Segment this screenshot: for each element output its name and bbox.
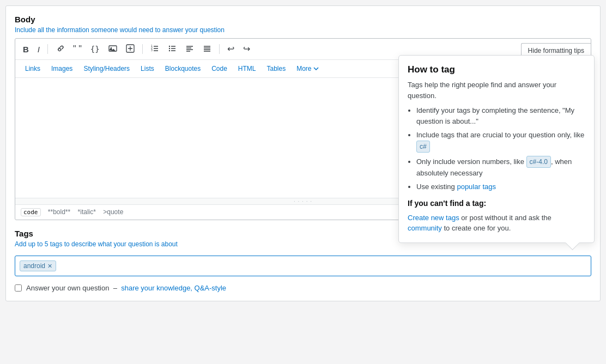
align-left-btn[interactable] bbox=[182, 42, 197, 56]
body-section-hint: Include all the information someone woul… bbox=[15, 26, 591, 34]
tooltip-tag-csharp-version: c#-4.0 bbox=[526, 156, 551, 168]
svg-point-12 bbox=[168, 46, 169, 47]
italic-hint: *italic* bbox=[78, 208, 96, 216]
link-btn[interactable] bbox=[52, 42, 68, 56]
tooltip-cant-find-title: If you can't find a tag: bbox=[408, 198, 585, 209]
tooltip-tip-3: Only include version numbers, like c#-4.… bbox=[416, 156, 585, 179]
svg-point-14 bbox=[168, 50, 169, 51]
tab-tables[interactable]: Tables bbox=[262, 62, 292, 75]
tooltip-cant-find-text: Create new tags or post without it and a… bbox=[408, 213, 585, 234]
bullet-list-btn[interactable] bbox=[165, 42, 180, 56]
tags-input-container[interactable]: android ✕ bbox=[15, 256, 591, 276]
tooltip-tips-list: Identify your tags by completing the sen… bbox=[416, 105, 585, 192]
tooltip-tip-2: Include tags that are crucial to your qu… bbox=[416, 130, 585, 153]
image-btn[interactable] bbox=[105, 42, 120, 56]
italic-btn[interactable]: I bbox=[34, 43, 43, 56]
answer-section: Answer your own question – share your kn… bbox=[15, 284, 591, 292]
undo-btn[interactable]: ↩ bbox=[224, 43, 238, 56]
tab-html[interactable]: HTML bbox=[233, 62, 262, 75]
tab-lists[interactable]: Lists bbox=[135, 62, 160, 75]
tab-blockquotes[interactable]: Blockquotes bbox=[160, 62, 206, 75]
tab-images[interactable]: Images bbox=[46, 62, 78, 75]
code-btn[interactable]: {} bbox=[87, 43, 103, 55]
numbered-list-btn[interactable]: 123 bbox=[147, 42, 162, 56]
answer-link-text: share your knowledge, Q&A-style bbox=[121, 284, 226, 292]
quote-hint: >quote bbox=[103, 208, 123, 216]
body-section-label: Body bbox=[15, 15, 591, 24]
tooltip-title: How to tag bbox=[408, 64, 585, 75]
tab-styling[interactable]: Styling/Headers bbox=[78, 62, 135, 75]
bold-btn[interactable]: B bbox=[20, 43, 32, 56]
tab-more[interactable]: More bbox=[291, 62, 324, 75]
tag-label: android bbox=[23, 262, 45, 270]
tooltip-tag-csharp: c# bbox=[416, 141, 430, 153]
create-new-tags-link[interactable]: Create new tags bbox=[408, 214, 459, 222]
bold-hint: **bold** bbox=[48, 208, 70, 216]
tags-section-hint: Add up to 5 tags to describe what your q… bbox=[15, 240, 178, 248]
tag-tooltip: How to tag Tags help the right people fi… bbox=[398, 55, 595, 243]
tags-title-group: Tags Add up to 5 tags to describe what y… bbox=[15, 229, 178, 252]
redo-btn[interactable]: ↪ bbox=[240, 43, 253, 56]
tab-code[interactable]: Code bbox=[206, 62, 233, 75]
tooltip-body: Tags help the right people find and answ… bbox=[408, 80, 585, 234]
code-hint: code bbox=[21, 208, 41, 216]
tooltip-intro: Tags help the right people find and answ… bbox=[408, 80, 585, 101]
tag-remove-btn[interactable]: ✕ bbox=[47, 263, 52, 269]
tooltip-tip-4: Use existing popular tags bbox=[416, 181, 585, 192]
answer-text: Answer your own question bbox=[26, 284, 109, 292]
align-full-btn[interactable] bbox=[199, 42, 215, 56]
snippet-btn[interactable] bbox=[123, 42, 138, 56]
main-container: Body Include all the information someone… bbox=[5, 5, 601, 301]
toolbar-sep-3 bbox=[219, 44, 220, 54]
toolbar-sep-1 bbox=[47, 44, 48, 54]
quote-btn[interactable]: " " bbox=[70, 43, 85, 56]
tab-links[interactable]: Links bbox=[20, 62, 46, 75]
popular-tags-link[interactable]: popular tags bbox=[457, 183, 496, 191]
tags-section-label: Tags bbox=[15, 229, 178, 238]
tooltip-tip-1: Identify your tags by completing the sen… bbox=[416, 105, 585, 126]
svg-point-13 bbox=[168, 48, 169, 49]
resize-dots: · · · · · bbox=[294, 198, 312, 204]
svg-text:3: 3 bbox=[151, 48, 153, 52]
tag-android: android ✕ bbox=[20, 260, 56, 271]
community-link[interactable]: community bbox=[408, 224, 442, 232]
answer-label: Answer your own question – share your kn… bbox=[26, 284, 226, 292]
answer-link[interactable]: share your knowledge, Q&A-style bbox=[121, 284, 226, 292]
toolbar-sep-2 bbox=[142, 44, 143, 54]
more-label: More bbox=[296, 65, 311, 72]
answer-checkbox[interactable] bbox=[15, 284, 22, 292]
